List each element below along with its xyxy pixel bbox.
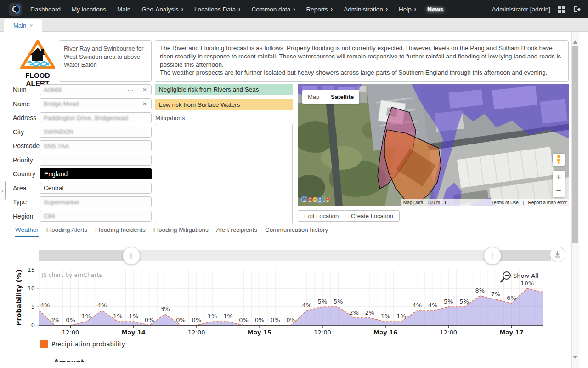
document-tabbar: Main x <box>0 18 588 32</box>
scroll-up-arrow[interactable] <box>573 40 577 44</box>
data-label: 4% <box>428 302 438 309</box>
data-label: 5% <box>444 298 453 305</box>
nav-item-main[interactable]: Main <box>117 6 130 13</box>
x-tick-label: 12:00 <box>440 329 457 336</box>
data-label: 3% <box>160 305 170 312</box>
nav-item-locations-data[interactable]: Locations Data› <box>194 6 240 13</box>
y-tick-label: 15 <box>27 267 35 273</box>
amcharts-credit[interactable]: JS chart by amCharts <box>41 271 102 278</box>
data-label: 1% <box>223 313 233 320</box>
location-form: Num A0669 ⋯ ✕ Name Bridge Mead ⋯ ✕ Addre… <box>13 84 152 224</box>
form-row-type: Type Supermarket <box>13 196 152 207</box>
x-tick-label: 12:00 <box>62 329 79 336</box>
y-axis-title: Probability (%) <box>15 270 23 326</box>
x-tick-label: May 16 <box>373 329 397 336</box>
nav-item-news[interactable]: News <box>427 6 443 13</box>
y-tick-label: 10 <box>27 285 35 292</box>
edit-location-button[interactable]: Edit Location <box>298 210 345 222</box>
nav-item-my-locations[interactable]: My locations <box>72 6 106 13</box>
chart-scrollbar-handle-left[interactable]: ∥ <box>123 247 140 264</box>
apps-grid-icon[interactable] <box>558 6 565 13</box>
forecast-line1: The River and Flooding forecast is as fo… <box>160 44 564 69</box>
tab-flooding-incidents[interactable]: Flooding Incidents <box>95 226 146 237</box>
tab-flooding-alerts[interactable]: Flooding Alerts <box>46 226 87 237</box>
chart-scrollbar-selected[interactable] <box>131 250 492 261</box>
mitigations-textarea[interactable] <box>155 124 293 224</box>
num-field[interactable]: A0669 ⋯ ✕ <box>40 84 152 95</box>
risk-column: Negligible risk from Rivers and Seas Low… <box>155 84 293 226</box>
name-field[interactable]: Bridge Mead ⋯ ✕ <box>40 98 152 109</box>
tab-flooding-mitigations[interactable]: Flooding Mitigations <box>153 226 209 237</box>
zoom-in-button[interactable]: + <box>553 171 565 184</box>
tab-close-icon[interactable]: x <box>30 23 33 28</box>
chart-scrollbar-handle-right[interactable]: ∥ <box>484 247 501 264</box>
tab-alert-recipients[interactable]: Alert recipients <box>216 226 257 237</box>
nav-item-geo-analysis[interactable]: Geo-Analysis› <box>141 6 183 13</box>
name-value: Bridge Mead <box>40 99 123 109</box>
chart-download-button[interactable] <box>550 247 565 262</box>
precipitation-probability-chart[interactable]: 05101512:00May 1412:00May 1512:00May 161… <box>0 267 570 359</box>
map-button[interactable]: Map <box>302 90 325 104</box>
submenu-arrow-icon: › <box>238 6 240 12</box>
area-value: Central <box>44 184 64 191</box>
region-field[interactable]: C84 <box>40 211 152 222</box>
form-row-postcode: Postcode SN5 7AA <box>13 140 152 151</box>
type-field[interactable]: Supermarket <box>40 196 152 207</box>
data-label: 0% <box>286 316 296 323</box>
data-label: 0% <box>192 316 202 323</box>
data-label: 1% <box>129 313 138 320</box>
data-label: 2% <box>349 309 359 316</box>
data-label: 10% <box>520 280 534 287</box>
data-label: 0% <box>176 316 186 323</box>
pegman-button[interactable] <box>553 154 565 166</box>
postcode-field[interactable]: SN5 7AA <box>40 140 152 151</box>
submenu-arrow-icon: › <box>293 6 295 12</box>
tab-main[interactable]: Main x <box>4 19 42 32</box>
chart-scrollbar-left[interactable] <box>39 250 131 261</box>
report-error-link[interactable]: Report a map error <box>528 200 567 205</box>
submenu-arrow-icon: › <box>181 6 183 12</box>
name-clear-button[interactable]: ✕ <box>138 99 151 109</box>
name-lookup-button[interactable]: ⋯ <box>123 99 138 109</box>
num-clear-button[interactable]: ✕ <box>138 85 151 95</box>
map-data-label: Map Data <box>403 200 423 205</box>
data-label: 7% <box>491 291 501 298</box>
risk-badge-surface: Low risk from Surface Waters <box>155 99 293 110</box>
submenu-arrow-icon: › <box>414 6 416 12</box>
nav-item-reports[interactable]: Reports› <box>306 6 333 13</box>
logout-icon[interactable] <box>573 6 581 13</box>
terms-link[interactable]: Terms of Use <box>492 200 519 205</box>
legend-label[interactable]: Precipitation probability <box>51 340 125 348</box>
page-scrollbar-thumb[interactable] <box>572 46 578 243</box>
address-field[interactable]: Paddington Drive, Bridgemead <box>40 112 152 123</box>
address-label: Address <box>13 114 40 121</box>
legend-swatch[interactable] <box>40 340 48 348</box>
data-label: 1% <box>82 313 91 320</box>
address-value: Paddington Drive, Bridgemead <box>44 115 128 121</box>
flood-alert-icon <box>20 40 55 69</box>
tab-weather[interactable]: Weather <box>15 226 39 237</box>
city-field[interactable]: SWINDON <box>40 126 152 138</box>
map-zoom-control: + − <box>553 171 565 197</box>
country-field[interactable]: England <box>40 168 152 179</box>
nav-item-administration[interactable]: Administration› <box>344 6 388 13</box>
satellite-button[interactable]: Satellite <box>325 90 359 104</box>
nav-item-dashboard[interactable]: Dashboard <box>30 6 61 13</box>
create-location-button[interactable]: Create Location <box>345 210 400 222</box>
priority-field[interactable] <box>40 155 152 166</box>
collapse-panel-handle[interactable]: › <box>0 181 6 200</box>
nav-item-common-data[interactable]: Common data› <box>251 6 295 13</box>
map-scale-label: 100 m <box>427 200 440 205</box>
nav-item-help[interactable]: Help› <box>399 6 416 13</box>
alert-area-text: River Ray and Swinbourne for West Swindo… <box>59 40 152 82</box>
x-tick-label: May 15 <box>248 329 271 336</box>
scroll-down-arrow[interactable] <box>573 356 577 359</box>
tab-communication-history[interactable]: Communication history <box>265 226 328 237</box>
area-field[interactable]: Central <box>40 183 152 194</box>
num-lookup-button[interactable]: ⋯ <box>123 85 138 95</box>
map-panel[interactable]: Map Satellite + − Google Map Data 100 m … <box>298 84 569 206</box>
map-type-toggle: Map Satellite <box>302 90 359 104</box>
zoom-out-button[interactable]: − <box>553 184 565 198</box>
app-logo[interactable] <box>9 3 22 16</box>
num-value: A0669 <box>40 85 123 95</box>
